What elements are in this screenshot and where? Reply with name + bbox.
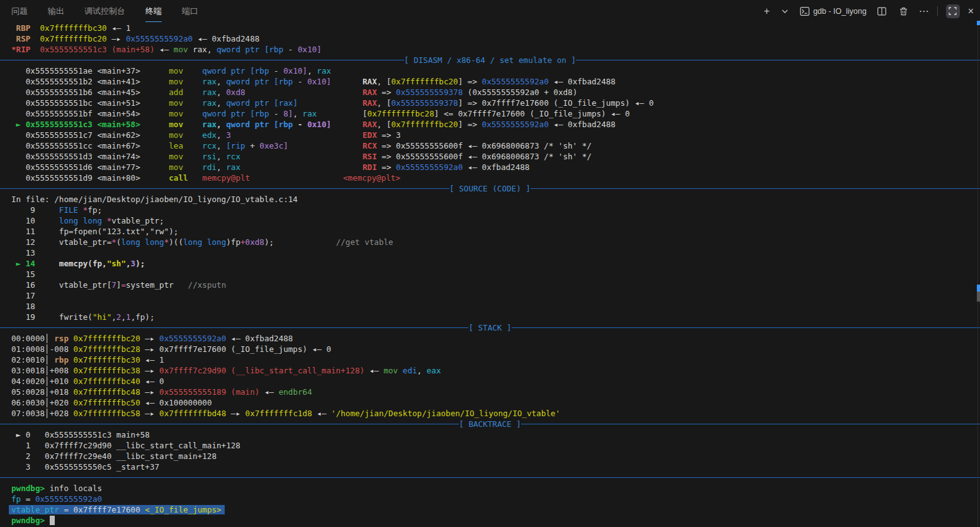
disasm-annotation: RAX, [0x555555559378] => 0x7ffff7e17600 … [363, 98, 654, 108]
terminal-line: 0x5555555551bc <main+51> mov rax, qword … [0, 98, 980, 108]
terminal-line: 12 vtable_ptr=*(long long*)((long long)f… [0, 237, 980, 247]
disasm-annotation: RDI => 0x5555555592a0 ◂— 0xfbad2488 [363, 162, 529, 173]
terminal-line: 19 fwrite("hi",2,1,fp); [0, 312, 980, 322]
panel-tab-problems[interactable]: 问题 [11, 0, 28, 22]
terminal-line: 11 fp=fopen("123.txt","rw"); [0, 226, 980, 237]
terminal-line: 18 [0, 301, 980, 312]
more-actions-button[interactable]: ⋯ [919, 6, 929, 16]
section-title: [ STACK ] [468, 322, 511, 333]
section-separator: [ SOURCE (CODE) ] [0, 183, 980, 194]
section-separator [0, 472, 980, 483]
selected-text: vtable_ptr = 0x7ffff7e17600 <_IO_file_ju… [9, 505, 225, 514]
panel-tab-ports[interactable]: 端口 [182, 0, 198, 22]
terminal-line: In file: /home/jian/Desktop/jiaoben/IO_l… [0, 194, 980, 205]
kill-terminal-button[interactable] [897, 4, 911, 18]
disasm-annotation: RAX, [0x7fffffffbc20] => 0x5555555592a0 … [363, 119, 616, 130]
terminal-line: 2 0x7ffff7c29e40 __libc_start_main+128 [0, 451, 980, 462]
scrollbar-marker [977, 285, 980, 292]
terminal-line: 16 vtable_ptr[7]=system_ptr //xsputn [0, 280, 980, 290]
panel-actions: + gdb - IO_liyong [764, 0, 974, 22]
scrollbar-track [977, 22, 978, 527]
terminal-output[interactable]: RBP 0x7fffffffbc30 ◂— 1 RSP 0x7fffffffbc… [0, 23, 980, 527]
disasm-annotation: [0x7fffffffbc28] <= 0x7ffff7e17600 (_IO_… [363, 108, 630, 119]
terminal-icon [800, 7, 809, 16]
terminal-line: 01:0008│-008 0x7fffffffbc28 —▸ 0x7ffff7e… [0, 344, 980, 354]
terminal-line: 06:0030│+020 0x7fffffffbc50 ◂— 0x1000000… [0, 397, 980, 408]
terminal-line: 05:0028│+018 0x7fffffffbc48 —▸ 0x5555555… [0, 387, 980, 397]
maximize-icon [949, 7, 957, 15]
vscode-terminal-panel: { "panel": { "tabs": [ { "id": "problems… [0, 0, 980, 527]
panel-tab-debug-console[interactable]: 调试控制台 [84, 0, 125, 22]
disasm-annotation: RAX => 0x555555559378 (0x5555555592a0 + … [363, 87, 577, 98]
scrollbar-thumb[interactable] [977, 292, 980, 302]
panel-tab-output[interactable]: 输出 [48, 0, 64, 22]
section-title: [ DISASM / x86-64 / set emulate on ] [404, 55, 576, 65]
terminal-line: *RIP 0x5555555551c3 (main+58) ◂— mov rax… [0, 44, 980, 55]
section-title: [ SOURCE (CODE) ] [449, 183, 531, 194]
panel-tab-terminal[interactable]: 终端 [145, 0, 162, 22]
disasm-annotation: RCX => 0x55555555600f ◂— 0x6968006873 /*… [363, 140, 592, 151]
split-terminal-button[interactable] [875, 4, 889, 18]
trash-icon [899, 7, 908, 16]
terminal-line: 04:0020│+010 0x7fffffffbc40 ◂— 0 [0, 376, 980, 387]
disasm-annotation: RSI => 0x55555555600f ◂— 0x6968006873 /*… [363, 151, 592, 162]
terminal-line: 0x5555555551ae <main+37> mov qword ptr [… [0, 65, 980, 76]
terminal-line: ► 0 0x5555555551c3 main+58 [0, 429, 980, 440]
terminal-line: pwndbg> [0, 515, 980, 526]
panel-tabs: 问题输出调试控制台终端端口 [11, 0, 198, 22]
terminal-line: 07:0038│+028 0x7fffffffbc58 —▸ 0x7ffffff… [0, 408, 980, 419]
terminal-line: 15 [0, 269, 980, 280]
terminal-name-label: gdb - IO_liyong [813, 7, 867, 16]
terminal-line: 02:0010│ rbp 0x7fffffffbc30 ◂— 1 [0, 354, 980, 365]
toolbar-divider [937, 6, 938, 16]
terminal-line: 0x5555555551b2 <main+41> mov rax, qword … [0, 76, 980, 87]
maximize-panel-button[interactable] [946, 4, 960, 18]
terminal-line: fp = 0x5555555592a0 [0, 494, 980, 504]
terminal-line: 0x5555555551b6 <main+45> add rax, 0xd8RA… [0, 87, 980, 98]
terminal-cursor [50, 516, 55, 525]
terminal-line: 1 0x7ffff7c29d90 __libc_start_call_main+… [0, 440, 980, 451]
section-separator: [ DISASM / x86-64 / set emulate on ] [0, 55, 980, 65]
terminal-line: ► 0x5555555551c3 <main+58> mov rax, qwor… [0, 119, 980, 130]
terminal-line: RSP 0x7fffffffbc20 —▸ 0x5555555592a0 ◂— … [0, 33, 980, 44]
new-terminal-button[interactable]: + [764, 6, 770, 16]
terminal-line: vtable_ptr = 0x7ffff7e17600 <_IO_file_ju… [0, 504, 980, 515]
terminal-list-entry[interactable]: gdb - IO_liyong [800, 7, 867, 16]
terminal-line: RBP 0x7fffffffbc30 ◂— 1 [0, 23, 980, 33]
scrollbar-marker-top [977, 21, 980, 25]
terminal-line: 0x5555555551d3 <main+74> mov rsi, rcxRSI… [0, 151, 980, 162]
terminal-line: 9 FILE *fp; [0, 205, 980, 215]
terminal-line: 0x5555555551cc <main+67> lea rcx, [rip +… [0, 140, 980, 151]
terminal-line: 0x5555555551d6 <main+77> mov rdi, raxRDI… [0, 162, 980, 173]
disasm-annotation: EDX => 3 [363, 130, 401, 140]
terminal-line: pwndbg> info locals [0, 483, 980, 494]
close-panel-button[interactable]: × [968, 6, 974, 16]
terminal-line: 10 long long *vtable_ptr; [0, 215, 980, 226]
disasm-annotation: <memcpy@plt> [343, 173, 400, 183]
panel-tab-bar: 问题输出调试控制台终端端口 + gdb - IO_liyong [0, 0, 980, 22]
terminal-line: 0x5555555551bf <main+54> mov qword ptr [… [0, 108, 980, 119]
terminal-line: ► 14 memcpy(fp,"sh",3); [0, 258, 980, 269]
terminal-line: 13 [0, 247, 980, 258]
section-separator: [ BACKTRACE ] [0, 419, 980, 429]
terminal-line: 03:0018│+008 0x7fffffffbc38 —▸ 0x7ffff7c… [0, 365, 980, 376]
terminal-line: 0x5555555551d9 <main+80> call memcpy@plt… [0, 173, 980, 183]
terminal-profile-dropdown-icon[interactable] [778, 4, 792, 18]
terminal-line: 0x5555555551c7 <main+62> mov edx, 3EDX =… [0, 130, 980, 140]
terminal-line: 00:0000│ rsp 0x7fffffffbc20 —▸ 0x5555555… [0, 333, 980, 344]
section-title: [ BACKTRACE ] [459, 419, 521, 429]
disasm-annotation: RAX, [0x7fffffffbc20] => 0x5555555592a0 … [363, 76, 616, 87]
terminal-line: 17 [0, 290, 980, 301]
section-separator: [ STACK ] [0, 322, 980, 333]
split-icon [877, 7, 886, 16]
terminal-line: 3 0x5555555550c5 _start+37 [0, 462, 980, 472]
